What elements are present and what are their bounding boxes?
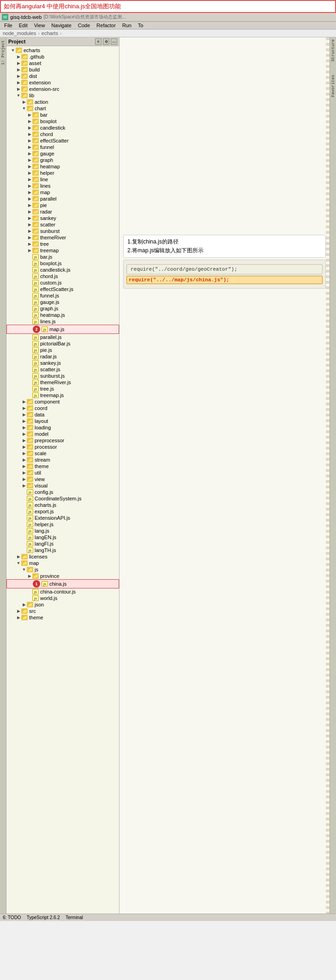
tree-file-custom-js[interactable]: jscustom.js [6, 279, 119, 286]
expand-asset[interactable] [16, 60, 21, 66]
tree-file-china-contour-js[interactable]: jschina-contour.js [6, 588, 119, 595]
tree-file-boxplot-js[interactable]: jsboxplot.js [6, 260, 119, 267]
expand-lib[interactable] [16, 93, 21, 98]
tree-item-line[interactable]: 📁line [6, 176, 119, 183]
menu-edit[interactable]: Edit [18, 22, 29, 29]
tree-item-theme[interactable]: 📁theme [6, 463, 119, 469]
tree-item-radar[interactable]: 📁radar [6, 208, 119, 215]
expand-github[interactable] [16, 54, 21, 59]
tree-item-province[interactable]: 📁province [6, 573, 119, 579]
tree-file-langTH-js[interactable]: jslangTH.js [6, 547, 119, 553]
menu-view[interactable]: View [33, 22, 47, 29]
tree-file-pie-js[interactable]: jspie.js [6, 347, 119, 353]
menu-file[interactable]: File [3, 22, 14, 29]
tree-file-tree-js[interactable]: jstree.js [6, 386, 119, 392]
expand-map-root[interactable] [16, 560, 21, 566]
tree-item-data[interactable]: 📁data [6, 411, 119, 418]
tree-item-loading[interactable]: 📁loading [6, 424, 119, 431]
tree-item-model[interactable]: 📁model [6, 431, 119, 437]
tree-item-map-folder[interactable]: 📁map [6, 189, 119, 196]
panel-icon-minimize[interactable]: — [111, 38, 117, 45]
tree-file-themeRiver-js[interactable]: jsthemeRiver.js [6, 379, 119, 386]
tree-file-helper-js[interactable]: jshelper.js [6, 521, 119, 528]
tree-item-stream[interactable]: 📁stream [6, 457, 119, 463]
tree-file-extensionAPI-js[interactable]: jsExtensionAPI.js [6, 515, 119, 521]
tree-item-dist[interactable]: 📁 dist [6, 73, 119, 79]
tree-file-config-js[interactable]: jsconfig.js [6, 489, 119, 495]
tree-file-radar-js[interactable]: jsradar.js [6, 353, 119, 360]
tree-item-json[interactable]: 📁json [6, 601, 119, 608]
menu-refactor[interactable]: Refactor [95, 22, 117, 29]
tree-item-echarts[interactable]: 📁 echarts [6, 47, 119, 53]
tree-item-tree[interactable]: 📁tree [6, 241, 119, 247]
tree-file-gauge-js[interactable]: jsgauge.js [6, 299, 119, 305]
tree-item-scale[interactable]: 📁scale [6, 450, 119, 457]
tree-file-scatter-js[interactable]: jsscatter.js [6, 366, 119, 373]
tree-file-sankey-js[interactable]: jssankey.js [6, 360, 119, 366]
tree-item-sunburst[interactable]: 📁sunburst [6, 228, 119, 234]
menu-code[interactable]: Code [77, 22, 91, 29]
tree-item-pie[interactable]: 📁pie [6, 202, 119, 208]
tree-item-licenses[interactable]: 📁licenses [6, 553, 119, 560]
panel-icon-settings[interactable]: ⚙ [103, 38, 109, 45]
tree-item-candlestick[interactable]: 📁candlestick [6, 125, 119, 131]
tree-item-theme-root[interactable]: 📁theme [6, 614, 119, 621]
tree-file-heatmap-js[interactable]: jsheatmap.js [6, 312, 119, 318]
tree-file-graph-js[interactable]: jsgraph.js [6, 305, 119, 312]
tree-item-themeRiver[interactable]: 📁themeRiver [6, 234, 119, 241]
tree-item-chord[interactable]: 📁chord [6, 131, 119, 137]
tree-item-js[interactable]: 📁 js [6, 566, 119, 573]
tree-item-graph[interactable]: 📁graph [6, 157, 119, 163]
tree-file-chord-js[interactable]: jschord.js [6, 273, 119, 279]
tree-item-map-root[interactable]: 📁 map [6, 560, 119, 566]
tree-file-treemap-js[interactable]: jstreemap.js [6, 392, 119, 398]
tree-file-lines-js[interactable]: jslines.js [6, 318, 119, 325]
tree-item-sankey[interactable]: 📁sankey [6, 215, 119, 221]
tree-item-src[interactable]: 📁src [6, 608, 119, 614]
tab-typescript[interactable]: TypeScript 2.6.2 [27, 915, 60, 920]
menu-run[interactable]: Run [121, 22, 133, 29]
expand-build[interactable] [16, 67, 21, 72]
tree-file-lang-js[interactable]: jslang.js [6, 528, 119, 534]
tree-item-lib[interactable]: 📁 lib [6, 92, 119, 99]
tree-item-treemap[interactable]: 📁treemap [6, 247, 119, 254]
tree-item-extension[interactable]: 📁 extension [6, 79, 119, 86]
tree-file-pictorialBar-js[interactable]: jspictorialBar.js [6, 340, 119, 347]
tree-item-extension-src[interactable]: 📁 extension-src [6, 86, 119, 92]
tree-file-effectScatter-js[interactable]: jseffectScatter.js [6, 286, 119, 292]
structure-tab-label[interactable]: Structure [329, 37, 336, 64]
tree-file-china-js[interactable]: 1 js china.js [6, 579, 119, 588]
tree-item-asset[interactable]: 📁 asset [6, 60, 119, 66]
expand-dist[interactable] [16, 73, 21, 79]
expand-echarts[interactable] [10, 48, 16, 53]
tree-file-sunburst-js[interactable]: jssunburst.js [6, 373, 119, 379]
tree-item-scatter[interactable]: 📁scatter [6, 221, 119, 228]
tree-item-funnel[interactable]: 📁funnel [6, 144, 119, 150]
tree-item-view[interactable]: 📁view [6, 476, 119, 482]
tree-file-map-js[interactable]: 2 js map.js [6, 325, 119, 334]
tree-item-preprocessor[interactable]: 📁preprocessor [6, 437, 119, 444]
tree-item-build[interactable]: 📁 build [6, 66, 119, 73]
tree-item-lines[interactable]: 📁lines [6, 183, 119, 189]
breadcrumb-echarts[interactable]: echarts [42, 30, 58, 36]
tree-file-world-js[interactable]: jsworld.js [6, 595, 119, 601]
tree-item-visual[interactable]: 📁visual [6, 482, 119, 489]
tree-item-chart[interactable]: 📁 chart [6, 105, 119, 112]
tree-file-candlestick-js[interactable]: jscandlestick.js [6, 267, 119, 273]
expand-extension[interactable] [16, 80, 21, 85]
tree-file-export-js[interactable]: jsexport.js [6, 508, 119, 515]
tree-file-parallel-js[interactable]: jsparallel.js [6, 334, 119, 340]
tree-item-util[interactable]: 📁util [6, 469, 119, 476]
expand-extension-src[interactable] [16, 86, 21, 92]
tree-item-gauge[interactable]: 📁gauge [6, 150, 119, 157]
tree-item-processor[interactable]: 📁processor [6, 444, 119, 450]
tree-item-action[interactable]: 📁 action [6, 99, 119, 105]
panel-icon-list[interactable]: ≡ [95, 38, 102, 45]
breadcrumb-node-modules[interactable]: node_modules [3, 30, 36, 36]
tree-item-github[interactable]: 📁 .github [6, 53, 119, 60]
project-tab-label[interactable]: 1: Project [0, 39, 6, 66]
tree-item-heatmap[interactable]: 📁heatmap [6, 163, 119, 170]
tree-file-langFl-js[interactable]: jslangFl.js [6, 540, 119, 547]
expand-action[interactable] [21, 99, 27, 105]
tab-terminal[interactable]: Terminal [66, 915, 83, 920]
